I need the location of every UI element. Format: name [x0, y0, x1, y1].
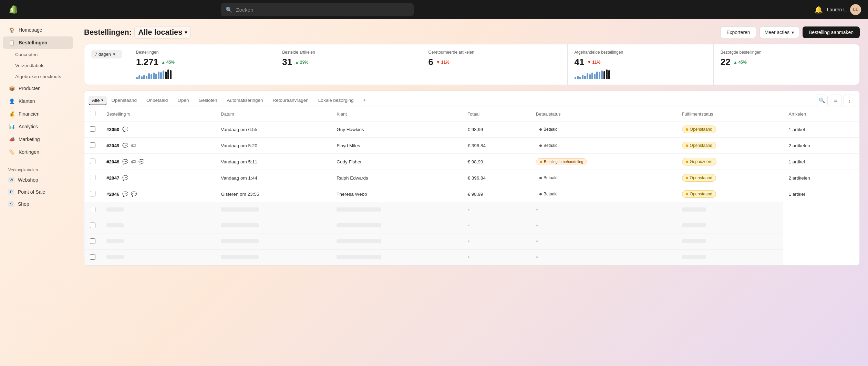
tab-add-icon[interactable]: ＋ [359, 94, 370, 107]
period-label[interactable]: 7 dagen ▾ [91, 50, 122, 58]
th-artikelen: Artikelen [783, 107, 859, 121]
tab-automatiseringen[interactable]: Automatiseringen [222, 95, 268, 106]
sidebar-label-kortingen: Kortingen [19, 149, 39, 155]
search-input[interactable] [236, 7, 409, 13]
filter-icon[interactable]: ≡ [830, 95, 841, 106]
filter-tabs: Alle ▾ Openstaand Onbetaald Open Geslote… [84, 90, 860, 107]
period-selector[interactable]: 7 dagen ▾ [84, 44, 129, 85]
sidebar-item-analytics[interactable]: 📊 Analytics [3, 120, 73, 133]
tab-alle[interactable]: Alle ▾ [89, 96, 107, 105]
chat-icon[interactable]: 💬 [131, 191, 137, 197]
row-checkbox[interactable] [90, 238, 95, 244]
chart-bar [165, 72, 167, 79]
orders-icon: 📋 [8, 39, 15, 46]
status-badge: Betaald [536, 126, 561, 133]
down-arrow-icon: ▼ [436, 60, 440, 65]
tab-onbetaald[interactable]: Onbetaald [142, 95, 173, 106]
search-filter-icon[interactable]: 🔍 [816, 95, 828, 106]
chart-bar [601, 71, 603, 79]
row-checkbox[interactable] [90, 254, 95, 260]
row-checkbox[interactable] [90, 159, 95, 164]
sidebar-item-verzendlabels[interactable]: Verzendlabels [3, 60, 73, 71]
filter-icons: 🔍 ≡ ↕ [816, 95, 855, 106]
tag-icon[interactable]: 🏷 [131, 143, 136, 148]
status-badge: Betaald [536, 174, 561, 181]
sidebar-item-shop[interactable]: S Shop [3, 198, 73, 210]
stats-row: 7 dagen ▾ Bestellingen 1.271 ▲ 45% Bes [84, 44, 860, 85]
user-badge[interactable]: Lauren L. LL [827, 4, 861, 15]
table-row: #2050 💬 Vandaag om 6:55 Guy Hawkins € 98… [84, 121, 859, 138]
order-number-cell: #2049 💬 🏷 [101, 138, 215, 154]
products-icon: 📦 [8, 85, 15, 92]
sidebar-item-kortingen[interactable]: 🏷️ Kortingen [3, 146, 73, 158]
sidebar-item-marketing[interactable]: 📣 Marketing [3, 133, 73, 146]
order-fulfil-status: Openstaand [676, 186, 783, 202]
row-checkbox[interactable] [90, 223, 95, 228]
chart-bar [138, 75, 140, 79]
note-icon[interactable]: 💬 [122, 143, 128, 148]
chart-bar [603, 71, 605, 79]
sort-icon[interactable]: ↕ [844, 95, 855, 106]
row-checkbox[interactable] [90, 207, 95, 212]
order-items: 2 artikelen [783, 138, 859, 154]
order-number-cell: #2050 💬 [101, 121, 215, 138]
order-link[interactable]: #2050 💬 [106, 127, 210, 132]
order-link[interactable]: #2048 💬 🏷 💬 [106, 159, 210, 164]
tab-retouraanvragen[interactable]: Retouraanvragen [268, 95, 313, 106]
sidebar-item-producten[interactable]: 📦 Producten [3, 82, 73, 95]
tab-open[interactable]: Open [173, 95, 194, 106]
order-customer: Floyd Miles [331, 138, 462, 154]
order-link[interactable]: #2049 💬 🏷 [106, 143, 210, 148]
meer-acties-button[interactable]: Meer acties ▾ [760, 26, 799, 38]
chart-bar [163, 71, 164, 79]
create-order-button[interactable]: Bestelling aanmaken [803, 26, 860, 38]
tab-openstaand-label: Openstaand [112, 98, 137, 103]
location-selector[interactable]: Alle locaties ▾ [134, 26, 190, 39]
sidebar-item-afgebroken-checkouts[interactable]: Afgebroken checkouts [3, 71, 73, 82]
row-checkbox[interactable] [90, 126, 95, 132]
sidebar-label-pos: Point of Sale [18, 189, 45, 195]
sidebar-item-financien[interactable]: 💰 Financiën [3, 108, 73, 120]
order-link[interactable]: #2046 💬 💬 [106, 191, 210, 197]
sidebar-item-homepage[interactable]: 🏠 Homepage [3, 24, 73, 36]
export-button[interactable]: Exporteren [721, 26, 756, 38]
table-row: • • [84, 218, 859, 234]
sidebar-item-point-of-sale[interactable]: P Point of Sale [3, 186, 73, 198]
note-icon[interactable]: 💬 [122, 191, 128, 197]
checkbox-cell [84, 186, 101, 202]
chart-bar [170, 70, 172, 79]
th-totaal: Totaal [462, 107, 531, 121]
sidebar-item-webshop[interactable]: W Webshop [3, 174, 73, 186]
stat-afgehandelde-chart [575, 69, 706, 79]
sort-bestelling-icon[interactable]: ⇅ [127, 112, 130, 116]
page-title: Bestellingen: [84, 28, 132, 37]
row-checkbox[interactable] [90, 142, 95, 148]
chart-bar [160, 72, 162, 79]
customers-icon: 👤 [8, 98, 15, 105]
order-date: Vandaag om 5:20 [215, 138, 331, 154]
tab-openstaand[interactable]: Openstaand [107, 95, 142, 106]
bell-icon[interactable]: 🔔 [814, 6, 823, 14]
badge-dot [539, 128, 542, 131]
orders-table: Bestelling ⇅ Datum Klant Totaal Betaalst… [84, 107, 860, 266]
tab-lokale-bezorging[interactable]: Lokale bezorging [313, 95, 359, 106]
note-icon[interactable]: 💬 [122, 127, 128, 132]
tag-icon[interactable]: 🏷 [131, 159, 136, 164]
order-link[interactable]: #2047 💬 [106, 175, 210, 181]
sidebar-item-bestellingen[interactable]: 📋 Bestellingen [3, 36, 73, 49]
search-bar[interactable]: 🔍 [221, 3, 414, 16]
chat-icon[interactable]: 💬 [138, 159, 144, 164]
note-icon[interactable]: 💬 [122, 159, 128, 164]
select-all-checkbox[interactable] [90, 111, 95, 116]
checkbox-cell [84, 170, 101, 186]
chart-bar [606, 69, 608, 79]
sidebar-item-klanten[interactable]: 👤 Klanten [3, 95, 73, 107]
order-number-cell: #2047 💬 [101, 170, 215, 186]
sidebar-item-concepten[interactable]: Concepten [3, 49, 73, 60]
row-checkbox[interactable] [90, 175, 95, 180]
note-icon[interactable]: 💬 [122, 175, 128, 181]
skeleton [682, 223, 706, 227]
tab-gesloten[interactable]: Gesloten [194, 95, 222, 106]
stat-afgehandelde-bestellingen: Afgehandelde bestellingen 41 ▼ 11% [568, 44, 714, 85]
row-checkbox[interactable] [90, 191, 95, 196]
